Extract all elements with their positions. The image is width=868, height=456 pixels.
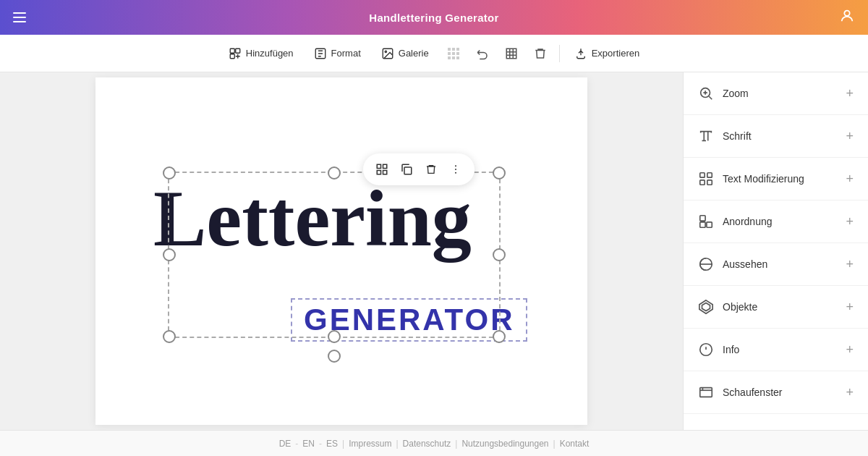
- appearance-icon: [698, 256, 714, 272]
- svg-point-22: [455, 169, 456, 170]
- svg-rect-1: [230, 48, 234, 53]
- svg-rect-12: [456, 52, 459, 55]
- app-header: Handlettering Generator: [0, 0, 868, 35]
- kontakt-link[interactable]: Kontakt: [560, 439, 590, 449]
- format-button[interactable]: Format: [305, 43, 370, 64]
- hinzufuegen-icon: [229, 47, 242, 60]
- svg-rect-30: [707, 222, 712, 227]
- toolbar-divider: [559, 45, 560, 62]
- undo-icon: [476, 47, 489, 60]
- panel-item-info[interactable]: Info +: [684, 329, 868, 371]
- duplicate-button[interactable]: [395, 158, 418, 181]
- svg-rect-31: [700, 222, 705, 227]
- svg-rect-7: [448, 48, 451, 51]
- toolbar: Hinzufügen Format Galerie: [0, 35, 868, 72]
- hinzufuegen-button[interactable]: Hinzufügen: [220, 43, 302, 64]
- svg-rect-20: [404, 167, 412, 174]
- more-options-icon: [450, 164, 461, 175]
- svg-rect-11: [452, 52, 455, 55]
- text-mod-icon: [698, 171, 714, 187]
- duplicate-icon: [400, 163, 413, 176]
- svg-point-0: [844, 10, 849, 15]
- menu-button[interactable]: [13, 12, 26, 22]
- exportieren-button[interactable]: Exportieren: [566, 43, 648, 64]
- canvas-area[interactable]: Lettering GENERATOR: [0, 72, 683, 430]
- group-button[interactable]: [370, 158, 393, 181]
- svg-rect-27: [700, 180, 705, 185]
- delete-selection-button[interactable]: [420, 158, 443, 181]
- impressum-link[interactable]: Impressum: [349, 439, 391, 449]
- svg-point-6: [385, 51, 386, 52]
- panel-item-zoom[interactable]: Zoom +: [684, 72, 868, 115]
- app-title: Handlettering Generator: [369, 12, 498, 24]
- svg-rect-8: [452, 48, 455, 51]
- lang-de[interactable]: DE: [279, 439, 292, 449]
- panel-item-schaufenster[interactable]: Schaufenster +: [684, 371, 868, 414]
- objects-icon: [698, 299, 714, 315]
- svg-rect-29: [700, 216, 705, 221]
- grid-pattern-button[interactable]: [441, 41, 467, 67]
- delete-toolbar-icon: [534, 47, 547, 60]
- nutzungsbedingungen-link[interactable]: Nutzungsbedingungen: [461, 439, 548, 449]
- lang-en[interactable]: EN: [302, 439, 315, 449]
- svg-rect-2: [236, 48, 240, 53]
- galerie-button[interactable]: Galerie: [373, 43, 438, 64]
- handle-br[interactable]: [493, 330, 506, 343]
- grid-pattern-icon: [446, 46, 461, 61]
- font-icon: [698, 128, 714, 144]
- canvas[interactable]: Lettering GENERATOR: [95, 77, 587, 425]
- svg-point-23: [455, 172, 456, 174]
- handle-tr[interactable]: [493, 166, 506, 180]
- handle-ml[interactable]: [163, 248, 176, 261]
- svg-rect-26: [707, 173, 712, 177]
- svg-rect-28: [707, 180, 712, 185]
- grid-icon: [505, 47, 518, 60]
- handle-bl[interactable]: [163, 330, 176, 343]
- handle-bm[interactable]: [328, 330, 341, 343]
- svg-rect-19: [383, 171, 387, 174]
- user-button[interactable]: [839, 8, 855, 28]
- panel-item-objekte[interactable]: Objekte +: [684, 286, 868, 329]
- svg-rect-9: [456, 48, 459, 51]
- zoom-icon: [698, 85, 714, 101]
- galerie-icon: [381, 47, 394, 60]
- main-area: Lettering GENERATOR Zoom + Sc: [0, 72, 868, 430]
- format-icon: [314, 47, 327, 60]
- handle-tm[interactable]: [328, 166, 341, 180]
- panel-item-text-modifizierung[interactable]: Text Modifizierung +: [684, 158, 868, 200]
- grid-button[interactable]: [498, 41, 524, 67]
- undo-button[interactable]: [469, 41, 495, 67]
- svg-rect-10: [448, 52, 451, 55]
- svg-rect-3: [230, 54, 234, 58]
- datenschutz-link[interactable]: Datenschutz: [403, 439, 451, 449]
- svg-rect-13: [448, 56, 451, 59]
- exportieren-icon: [574, 47, 587, 60]
- right-panel: Zoom + Schrift + Text Modifizierung +: [683, 72, 868, 430]
- selection-toolbar: [363, 153, 475, 185]
- handle-tl[interactable]: [163, 166, 176, 180]
- svg-rect-15: [456, 56, 459, 59]
- panel-item-aussehen[interactable]: Aussehen +: [684, 243, 868, 286]
- more-options-button[interactable]: [444, 158, 467, 181]
- footer: DE - EN - ES | Impressum | Datenschutz |…: [0, 430, 868, 456]
- svg-marker-34: [702, 303, 710, 311]
- panel-item-anordnung[interactable]: Anordnung +: [684, 200, 868, 243]
- group-icon: [375, 163, 388, 176]
- handle-mr[interactable]: [493, 248, 506, 261]
- delete-selection-icon: [425, 164, 437, 175]
- svg-rect-25: [700, 173, 705, 177]
- svg-rect-18: [377, 171, 380, 174]
- svg-rect-36: [700, 388, 712, 397]
- rotate-handle[interactable]: [328, 350, 341, 363]
- svg-rect-14: [452, 56, 455, 59]
- svg-rect-17: [383, 164, 387, 168]
- svg-rect-16: [377, 164, 380, 168]
- arrange-icon: [698, 214, 714, 229]
- showcase-icon: [698, 384, 714, 400]
- delete-toolbar-button[interactable]: [527, 41, 553, 67]
- svg-point-21: [455, 165, 456, 166]
- lang-es[interactable]: ES: [326, 439, 338, 449]
- panel-item-schrift[interactable]: Schrift +: [684, 115, 868, 158]
- info-icon: [698, 342, 714, 358]
- selection-box: [168, 172, 501, 338]
